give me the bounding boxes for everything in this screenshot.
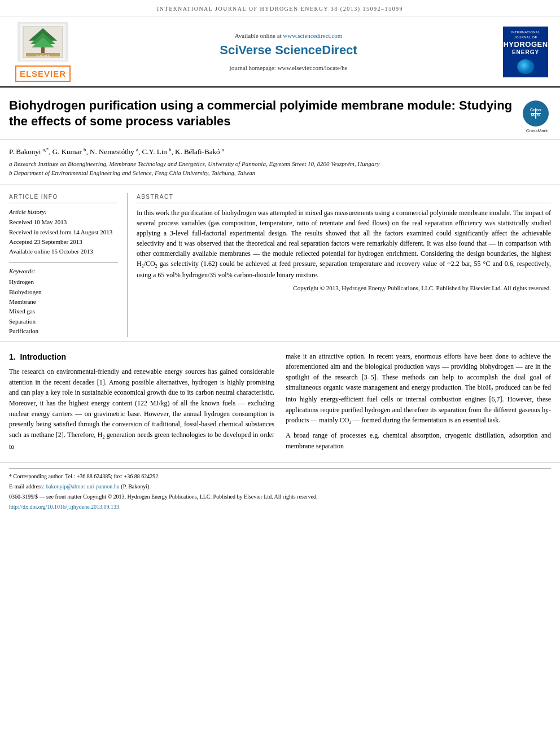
- author-belafi-bako: K. Bélafi-Bakó a: [175, 147, 224, 156]
- affiliation-b: b Department of Environmental Engineerin…: [9, 168, 551, 178]
- intro-para-1: The research on environmental-friendly a…: [9, 366, 274, 452]
- doi-link[interactable]: http://dx.doi.org/10.1016/j.ijhydene.201…: [9, 504, 119, 510]
- intro-para-2: make it an attractive option. In recent …: [286, 351, 551, 427]
- history-title: Article history:: [9, 208, 118, 216]
- author-nemestothy: N. Nemestóthy a,: [90, 147, 142, 156]
- article-title: Biohydrogen purification using a commerc…: [9, 98, 517, 129]
- keyword-mixed-gas: Mixed gas: [9, 307, 118, 316]
- available-date: Available online 15 October 2013: [9, 247, 118, 256]
- crossmark-label: CrossMark: [523, 128, 551, 134]
- journal-homepage: journal homepage: www.elsevier.com/locat…: [230, 64, 348, 72]
- author-lin: C.Y. Lin b,: [142, 147, 175, 156]
- author-kumar: G. Kumar b,: [53, 147, 90, 156]
- header-area: ELSEVIER ELSEVIER Available online at ww…: [0, 16, 560, 88]
- email-note: E-mail address: bakonyip@almos.uni-panno…: [9, 482, 551, 491]
- crossmark-icon: Cross Mark: [523, 101, 549, 126]
- journal-hydrogen-label: HYDROGEN: [503, 41, 548, 49]
- keyword-purification: Purification: [9, 327, 118, 335]
- article-title-text: Biohydrogen purification using a commerc…: [9, 98, 517, 129]
- authors-line: P. Bakonyi a,*, G. Kumar b, N. Nemestóth…: [9, 146, 551, 157]
- keyword-biohydrogen: Biohydrogen: [9, 288, 118, 296]
- abstract-paragraph: In this work the purification of biohydr…: [137, 208, 551, 280]
- affiliation-a: a Research Institute on Bioengineering, …: [9, 159, 551, 169]
- available-online-link[interactable]: www.sciencedirect.com: [283, 32, 342, 39]
- abstract-text: In this work the purification of biohydr…: [137, 208, 551, 293]
- sciverse-label: SciVerse ScienceDirect: [220, 43, 357, 57]
- journal-logo-circle: [517, 59, 534, 74]
- footer-section: * Corresponding author. Tel.: +36 88 624…: [0, 462, 560, 517]
- svg-text:ELSEVIER: ELSEVIER: [36, 54, 50, 56]
- journal-bar-text: INTERNATIONAL JOURNAL OF HYDROGEN ENERGY…: [157, 6, 403, 12]
- received-date: Received 10 May 2013: [9, 218, 118, 226]
- keywords-section: Keywords: Hydrogen Biohydrogen Membrane …: [9, 267, 118, 336]
- article-info-column: ARTICLE INFO Article history: Received 1…: [9, 193, 128, 337]
- corresponding-author-note: * Corresponding author. Tel.: +36 88 624…: [9, 472, 551, 480]
- revised-date: Received in revised form 14 August 2013: [9, 228, 118, 237]
- keyword-separation: Separation: [9, 317, 118, 326]
- divider: [9, 262, 118, 263]
- accepted-date: Accepted 23 September 2013: [9, 238, 118, 246]
- article-info-header: ARTICLE INFO: [9, 193, 118, 203]
- journal-energy-label: ENERGY: [512, 49, 539, 56]
- journal-logo-box: International Journal of HYDROGEN ENERGY: [503, 27, 548, 77]
- elsevier-text: ELSEVIER: [15, 65, 71, 82]
- author-bakonyi: P. Bakonyi a,*,: [9, 147, 53, 156]
- abstract-header: ABSTRACT: [137, 193, 551, 203]
- crossmark-badge: Cross Mark CrossMark: [523, 101, 551, 134]
- elsevier-logo: ELSEVIER ELSEVIER: [9, 22, 77, 82]
- abstract-column: ABSTRACT In this work the purification o…: [128, 193, 551, 337]
- journal-logo: International Journal of HYDROGEN ENERGY: [500, 22, 551, 82]
- keyword-hydrogen: Hydrogen: [9, 278, 118, 286]
- journal-bar: INTERNATIONAL JOURNAL OF HYDROGEN ENERGY…: [0, 0, 560, 16]
- doi-note: http://dx.doi.org/10.1016/j.ijhydene.201…: [9, 503, 551, 511]
- issn-note: 0360-3199/$ — see front matter Copyright…: [9, 492, 551, 501]
- intro-para-3: A broad range of processes e.g. chemical…: [286, 430, 551, 451]
- section-number: 1. Introduction: [9, 351, 274, 364]
- article-history: Article history: Received 10 May 2013 Re…: [9, 208, 118, 256]
- keywords-title: Keywords:: [9, 267, 118, 276]
- affiliations: a Research Institute on Bioengineering, …: [9, 159, 551, 178]
- elsevier-tree-image: ELSEVIER: [18, 22, 68, 62]
- main-content: ARTICLE INFO Article history: Received 1…: [0, 185, 560, 337]
- authors-section: P. Bakonyi a,*, G. Kumar b, N. Nemestóth…: [0, 140, 560, 181]
- body-content: 1. Introduction The research on environm…: [0, 342, 560, 456]
- journal-intl-label: International Journal of: [505, 30, 546, 40]
- copyright-line: Copyright © 2013, Hydrogen Energy Public…: [137, 283, 551, 293]
- keyword-membrane: Membrane: [9, 298, 118, 306]
- body-right-column: make it an attractive option. In recent …: [286, 351, 551, 456]
- header-center: Available online at www.sciencedirect.co…: [82, 22, 495, 82]
- email-link[interactable]: bakonyip@almos.uni-pannon.hu: [46, 483, 120, 490]
- sciverse-title: SciVerse ScienceDirect: [220, 42, 357, 59]
- available-online: Available online at www.sciencedirect.co…: [235, 32, 343, 40]
- body-left-column: 1. Introduction The research on environm…: [9, 351, 274, 456]
- article-title-section: Biohydrogen purification using a commerc…: [0, 88, 560, 140]
